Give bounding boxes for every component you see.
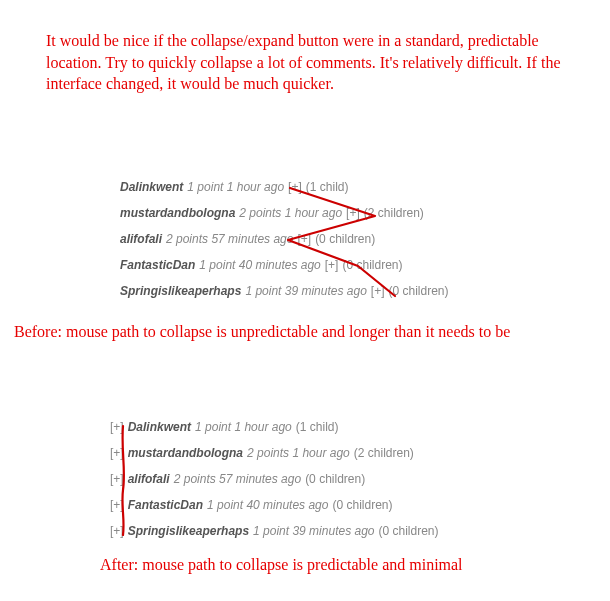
comment-meta: 1 point 40 minutes ago	[207, 498, 328, 512]
collapse-toggle[interactable]: [+]	[288, 180, 302, 194]
after-block: [+] Dalinkwent 1 point 1 hour ago (1 chi…	[110, 420, 439, 550]
intro-annotation: It would be nice if the collapse/expand …	[46, 30, 576, 95]
comment-children-count: (0 children)	[379, 524, 439, 538]
comment-meta: 1 point 40 minutes ago	[199, 258, 320, 272]
comment-row: [+] mustardandbologna 2 points 1 hour ag…	[110, 446, 439, 472]
comment-children-count: (1 child)	[306, 180, 349, 194]
comment-children-count: (2 children)	[364, 206, 424, 220]
comment-row: FantasticDan 1 point 40 minutes ago [+] …	[120, 258, 449, 284]
comment-meta: 2 points 57 minutes ago	[166, 232, 293, 246]
comment-username[interactable]: Dalinkwent	[120, 180, 183, 194]
comment-row: Springislikeaperhaps 1 point 39 minutes …	[120, 284, 449, 310]
comment-row: mustardandbologna 2 points 1 hour ago [+…	[120, 206, 449, 232]
after-caption: After: mouse path to collapse is predict…	[100, 555, 463, 576]
comment-children-count: (2 children)	[354, 446, 414, 460]
collapse-toggle[interactable]: [+]	[110, 472, 124, 486]
collapse-toggle[interactable]: [+]	[110, 420, 124, 434]
before-block: Dalinkwent 1 point 1 hour ago [+] (1 chi…	[120, 180, 449, 310]
before-caption: Before: mouse path to collapse is unpred…	[14, 322, 604, 343]
comment-meta: 2 points 57 minutes ago	[174, 472, 301, 486]
comment-children-count: (0 children)	[305, 472, 365, 486]
comment-meta: 2 points 1 hour ago	[247, 446, 350, 460]
collapse-toggle[interactable]: [+]	[297, 232, 311, 246]
comment-username[interactable]: Springislikeaperhaps	[128, 524, 249, 538]
collapse-toggle[interactable]: [+]	[110, 498, 124, 512]
comment-meta: 1 point 1 hour ago	[195, 420, 292, 434]
comment-meta: 1 point 1 hour ago	[187, 180, 284, 194]
comment-row: [+] FantasticDan 1 point 40 minutes ago …	[110, 498, 439, 524]
comment-children-count: (1 child)	[296, 420, 339, 434]
comment-username[interactable]: alifofali	[120, 232, 162, 246]
collapse-toggle[interactable]: [+]	[325, 258, 339, 272]
comment-username[interactable]: Dalinkwent	[128, 420, 191, 434]
comment-username[interactable]: Springislikeaperhaps	[120, 284, 241, 298]
collapse-toggle[interactable]: [+]	[110, 524, 124, 538]
collapse-toggle[interactable]: [+]	[110, 446, 124, 460]
comment-children-count: (0 children)	[389, 284, 449, 298]
comment-children-count: (0 children)	[332, 498, 392, 512]
comment-row: [+] Springislikeaperhaps 1 point 39 minu…	[110, 524, 439, 550]
comment-meta: 1 point 39 minutes ago	[253, 524, 374, 538]
comment-meta: 1 point 39 minutes ago	[245, 284, 366, 298]
comment-row: [+] alifofali 2 points 57 minutes ago (0…	[110, 472, 439, 498]
collapse-toggle[interactable]: [+]	[346, 206, 360, 220]
comment-username[interactable]: mustardandbologna	[128, 446, 243, 460]
comment-username[interactable]: FantasticDan	[128, 498, 203, 512]
comment-username[interactable]: alifofali	[128, 472, 170, 486]
comment-username[interactable]: mustardandbologna	[120, 206, 235, 220]
comment-row: alifofali 2 points 57 minutes ago [+] (0…	[120, 232, 449, 258]
comment-row: [+] Dalinkwent 1 point 1 hour ago (1 chi…	[110, 420, 439, 446]
comment-row: Dalinkwent 1 point 1 hour ago [+] (1 chi…	[120, 180, 449, 206]
comment-children-count: (0 children)	[315, 232, 375, 246]
comment-meta: 2 points 1 hour ago	[239, 206, 342, 220]
comment-username[interactable]: FantasticDan	[120, 258, 195, 272]
collapse-toggle[interactable]: [+]	[371, 284, 385, 298]
comment-children-count: (0 children)	[342, 258, 402, 272]
